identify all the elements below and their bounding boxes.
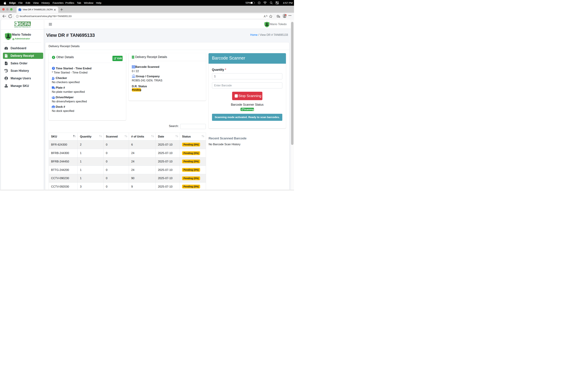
svg-text:SCPA: SCPA	[19, 22, 30, 26]
svg-text:Sanitary Care Products Asia, I: Sanitary Care Products Asia, Inc.	[14, 26, 31, 28]
svg-text:A: A	[264, 15, 266, 18]
